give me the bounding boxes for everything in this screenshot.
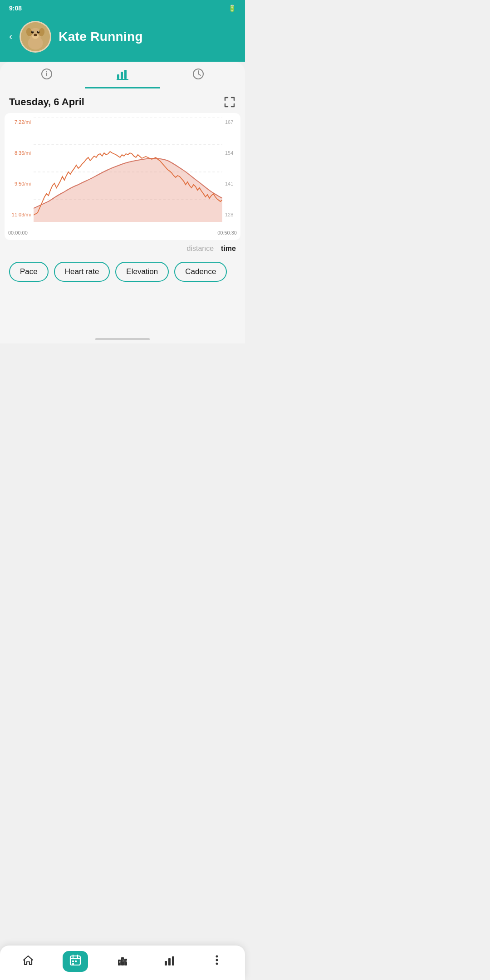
tab-bar: i: [0, 62, 245, 88]
status-bar: 9:08 🔋: [0, 0, 245, 16]
y-right-top: 167: [225, 119, 237, 125]
header: ‹ Kate Running: [0, 16, 245, 62]
y-label-top: 7:22/mi: [8, 119, 31, 125]
avatar: [20, 21, 51, 53]
svg-rect-13: [117, 74, 119, 79]
y-label-3: 9:50/mi: [8, 181, 31, 186]
chart-y-axis-left: 7:22/mi 8:36/mi 9:50/mi 11:03/mi: [5, 118, 34, 228]
info-icon: i: [41, 68, 53, 83]
chip-cadence[interactable]: Cadence: [174, 262, 227, 282]
time-axis-button[interactable]: time: [221, 245, 236, 253]
x-label-end: 00:50:30: [217, 230, 237, 235]
page-title: Kate Running: [59, 29, 143, 44]
tab-chart[interactable]: [85, 68, 161, 88]
back-button[interactable]: ‹: [9, 31, 12, 43]
chip-pace[interactable]: Pace: [9, 262, 49, 282]
y-label-2: 8:36/mi: [8, 150, 31, 156]
home-indicator: [0, 334, 245, 343]
svg-point-6: [34, 34, 37, 36]
svg-rect-14: [121, 72, 123, 79]
svg-point-8: [37, 31, 39, 33]
battery-icon: 🔋: [228, 5, 236, 12]
chip-elevation[interactable]: Elevation: [115, 262, 169, 282]
tab-history[interactable]: [160, 68, 236, 88]
svg-rect-15: [124, 70, 127, 79]
home-bar: [95, 338, 150, 340]
y-label-bottom: 11:03/mi: [8, 212, 31, 217]
x-label-start: 00:00:00: [8, 230, 28, 235]
axis-mode-row: distance time: [0, 240, 245, 255]
svg-point-9: [33, 31, 34, 32]
avatar-dog-image: [21, 22, 50, 51]
chip-heart-rate[interactable]: Heart rate: [54, 262, 110, 282]
distance-axis-button[interactable]: distance: [187, 245, 214, 253]
date-label: Tuesday, 6 April: [9, 96, 84, 108]
y-right-3: 141: [225, 181, 237, 186]
chart-container: 7:22/mi 8:36/mi 9:50/mi 11:03/mi: [5, 113, 240, 240]
chart-x-axis: 00:00:00 00:50:30: [5, 228, 240, 235]
clock-icon: [192, 68, 204, 83]
chart-y-axis-right: 167 154 141 128: [222, 118, 240, 228]
date-row: Tuesday, 6 April: [0, 88, 245, 113]
chart-icon: [116, 68, 129, 83]
chart-svg: [34, 118, 222, 228]
svg-text:i: i: [46, 70, 48, 78]
tab-info[interactable]: i: [9, 68, 85, 88]
y-right-2: 154: [225, 150, 237, 156]
expand-button[interactable]: [223, 96, 236, 108]
status-time: 9:08: [9, 5, 22, 12]
main-card: i Tuesday, 6 Ap: [0, 62, 245, 334]
svg-point-7: [31, 31, 34, 33]
filter-chips: Pace Heart rate Elevation Cadence: [0, 255, 245, 289]
svg-point-10: [39, 31, 39, 32]
y-right-bottom: 128: [225, 212, 237, 217]
